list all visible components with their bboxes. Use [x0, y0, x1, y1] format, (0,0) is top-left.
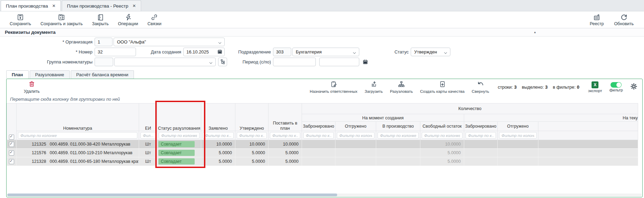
rows-count: строки:3	[498, 85, 517, 90]
create-quality-cards-button[interactable]: Создать карты качества	[420, 81, 465, 93]
undo-arrow-icon	[477, 81, 484, 89]
row-checkbox[interactable]	[9, 159, 14, 164]
rest-cell	[538, 149, 638, 157]
column-header-unit[interactable]: ЕИ	[139, 103, 157, 131]
status-cell: Совпадает	[157, 149, 201, 157]
chain-link-icon	[150, 13, 158, 21]
app-window: План производства План производства - Ре…	[0, 0, 644, 198]
button-label: Обновить	[614, 21, 634, 26]
in-production-cell	[376, 157, 420, 166]
period-to-field[interactable]	[319, 58, 359, 66]
close-icon[interactable]	[52, 4, 56, 8]
button-label: Разузловать	[390, 89, 413, 93]
filter-input-shipped-current[interactable]	[499, 132, 537, 139]
status-value: Утвержден	[414, 49, 437, 55]
row-checkbox[interactable]	[9, 142, 14, 147]
department-code-field[interactable]	[273, 48, 291, 56]
number-field[interactable]	[95, 48, 136, 56]
organization-select[interactable]: ООО "Альфа"	[114, 38, 225, 46]
shipped-current-cell	[498, 140, 538, 149]
column-header-put-to-plan[interactable]: Поставить в план	[269, 103, 302, 131]
period-label: Период (с/по)	[224, 58, 271, 66]
column-header-in-production[interactable]: В производство	[376, 122, 420, 131]
button-label: Связки	[147, 21, 161, 26]
requisites-header: Реквизиты документа	[0, 28, 644, 37]
hierarchy-icon	[398, 81, 405, 89]
filter-toggle[interactable]: фильтр	[609, 82, 623, 92]
reserved-cell	[302, 140, 335, 149]
nomenclature-name: 000.4859. 011.000-119-210 Металлорукав	[50, 150, 133, 155]
table-row[interactable]: 121325000.4859. 011.000-38-420 Металлору…	[7, 140, 638, 149]
column-header-declared[interactable]: Заявлено	[201, 103, 235, 131]
put-to-plan-cell: 5.0000	[269, 157, 302, 166]
filter-input-declared[interactable]	[203, 132, 234, 139]
column-header-shipped[interactable]: Отгружено	[335, 122, 376, 131]
group-by-drop-zone[interactable]: Перетащите сюда колонку для группировки …	[7, 95, 642, 103]
grid-settings-button[interactable]	[630, 83, 637, 91]
filter-input-reserved[interactable]	[303, 132, 334, 139]
row-checkbox[interactable]	[9, 150, 14, 156]
window-tab-plan[interactable]: План производства	[1, 0, 61, 11]
button-label: Сохранить	[10, 21, 31, 26]
organization-code-field[interactable]	[95, 38, 113, 46]
save-button[interactable]: Сохранить	[10, 13, 31, 26]
group-hint-text: Перетащите сюда колонку для группировки …	[10, 97, 120, 102]
toggle-on-icon[interactable]	[611, 82, 622, 88]
department-select[interactable]: Бухгалтерия	[292, 48, 359, 56]
column-header-decomposition-status[interactable]: Статус разузлования	[157, 103, 201, 131]
operations-button[interactable]: Операции	[118, 13, 138, 26]
links-button[interactable]: Связки	[147, 13, 161, 26]
filter-input-nomenclature[interactable]	[18, 132, 137, 139]
table-row[interactable]: 121328000.4859. 011.000-65-180 Металлору…	[7, 157, 638, 166]
put-to-plan-cell: 10.0000	[269, 140, 302, 149]
status-select[interactable]: Утвержден	[411, 48, 450, 56]
tab-plan[interactable]: План	[6, 70, 29, 79]
calendar-icon[interactable]	[363, 59, 368, 66]
filter-input-shipped[interactable]	[337, 132, 374, 139]
button-label: Реестр	[590, 21, 604, 26]
nomenclature-name: 000.4859. 011.000-38-420 Металлорукав	[50, 142, 130, 147]
tab-time-balance[interactable]: Расчёт баланса времени	[71, 70, 134, 79]
column-header-reserved-current[interactable]: Забронировано	[464, 122, 498, 131]
collapse-button[interactable]: Свернуть	[472, 81, 489, 93]
scrollbar-thumb[interactable]	[7, 194, 337, 196]
grid-stats: строки:3 выделено:3 в фильтре:0	[498, 85, 579, 90]
refresh-button[interactable]: Обновить	[614, 13, 634, 26]
button-label: фильтр	[609, 88, 623, 92]
save-and-close-button[interactable]: Сохранить и закрыть	[40, 13, 82, 26]
tab-decomposition[interactable]: Разузлование	[30, 70, 70, 79]
column-header-reserved[interactable]: Забронировано	[302, 122, 335, 131]
nomenclature-group-code-field[interactable]	[95, 58, 113, 66]
chevron-down-icon	[219, 41, 222, 43]
table-row[interactable]: 121576000.4859. 011.000-119-210 Металлор…	[7, 149, 638, 157]
period-from-field[interactable]	[273, 58, 316, 66]
column-header-approved[interactable]: Утверждено	[235, 103, 269, 131]
filter-input-free-balance[interactable]	[422, 132, 462, 139]
shipped-current-cell	[498, 157, 538, 166]
filter-input-decomposition-status[interactable]	[159, 132, 199, 139]
plan-grid-panel: Удалить Назначить ответственных Загрузит…	[6, 79, 643, 197]
close-icon[interactable]	[133, 4, 136, 8]
select-all-checkbox[interactable]	[9, 135, 14, 140]
approved-cell: 5.0000	[235, 157, 269, 166]
decompose-button[interactable]: Разузловать	[390, 81, 413, 93]
load-button[interactable]: Загрузить	[364, 81, 383, 93]
close-button[interactable]: Закрыть	[92, 13, 109, 26]
filter-input-in-production[interactable]	[378, 132, 419, 139]
registry-button[interactable]: Реестр	[590, 13, 604, 26]
nomenclature-cell: 121576000.4859. 011.000-119-210 Металлор…	[17, 149, 139, 157]
delete-button[interactable]: Удалить	[24, 80, 40, 94]
declared-cell: 5.0000	[201, 149, 235, 157]
collapse-section-icon[interactable]	[534, 28, 536, 36]
window-tab-plan-registry[interactable]: План производства - Реестр	[62, 0, 141, 11]
column-header-shipped-current[interactable]: Отгружено	[498, 122, 538, 131]
filter-input-reserved-current[interactable]	[466, 132, 496, 139]
column-header-nomenclature[interactable]: Номенклатура	[17, 103, 139, 131]
assign-responsible-button[interactable]: Назначить ответственных	[310, 81, 358, 93]
filter-input-unit[interactable]	[140, 132, 156, 139]
export-button[interactable]: экспорт	[588, 81, 602, 93]
nomenclature-group-select[interactable]	[114, 58, 216, 66]
column-header-free-balance[interactable]: Свободный остаток	[420, 122, 464, 131]
filter-input-approved[interactable]	[237, 132, 267, 139]
filter-input-put-to-plan[interactable]	[270, 132, 300, 139]
